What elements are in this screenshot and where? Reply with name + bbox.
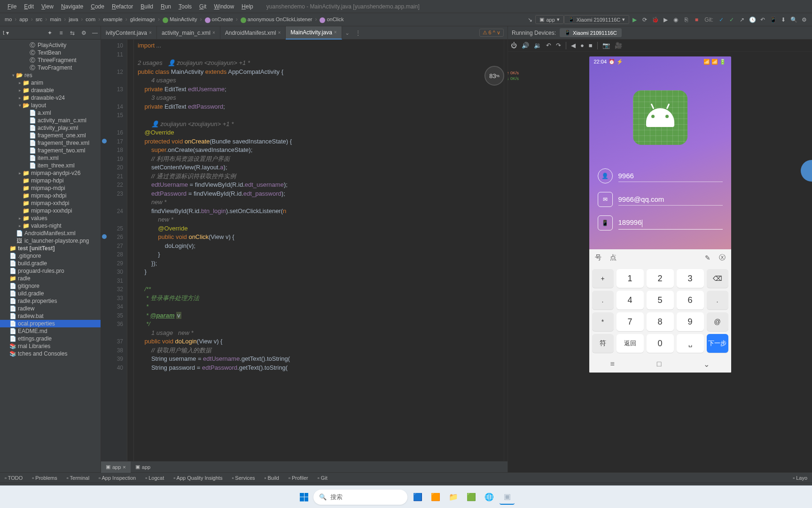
key-+[interactable]: + (592, 269, 614, 288)
start-button[interactable] (297, 491, 311, 504)
tree-item[interactable]: ⒸTextBean (0, 49, 101, 56)
tree-item[interactable]: 📁mipmap-xxhdpi (0, 199, 101, 207)
crumb-5[interactable]: com (84, 16, 97, 22)
username-input[interactable]: 9966 (618, 170, 723, 182)
toolwin-Terminal[interactable]: ▫ Terminal (62, 475, 94, 481)
code-content[interactable]: import ... 2 usages 👤 zoujiayun <zoujiay… (134, 40, 504, 461)
crumb-9[interactable]: onCreate (203, 16, 235, 22)
debug-button[interactable]: 🐞 (650, 15, 660, 25)
settings-icon[interactable]: ⚙ (799, 15, 809, 25)
crumb-11[interactable]: onClick (318, 16, 345, 22)
tab-ivityContent.java[interactable]: ivityContent.java × (101, 26, 157, 40)
project-tree[interactable]: ⒸPlayActivityⒸTextBeanⒸThreeFragmentⒸTwo… (0, 40, 101, 359)
phone-input[interactable]: 189996 (618, 216, 723, 229)
tree-item[interactable]: ⒸTwoFragment (0, 64, 101, 71)
crumb-7[interactable]: glideimage (128, 16, 157, 22)
key-.[interactable]: . (592, 291, 614, 310)
tree-item[interactable]: 📄activity_main_c.xml (0, 117, 101, 124)
tree-item[interactable]: 📚rnal Libraries (0, 342, 101, 350)
tree-item[interactable]: 📄proguard-rules.pro (0, 267, 101, 275)
menu-code[interactable]: Code (87, 3, 108, 10)
tree-item[interactable]: 📄build.gradle (0, 260, 101, 267)
run-config-app[interactable]: ▣ app ▾ (535, 15, 563, 24)
menu-run[interactable]: Run (157, 3, 175, 10)
expand-icon[interactable]: ≡ (55, 27, 67, 39)
crumb-8[interactable]: MainActivity (161, 16, 199, 22)
sync-icon[interactable]: ↘ (525, 15, 535, 25)
tree-item[interactable]: ▸📁mipmap-anydpi-v26 (0, 169, 101, 177)
git-history-icon[interactable]: 🕓 (747, 15, 757, 25)
power-icon[interactable]: ⏻ (511, 42, 517, 49)
tab-AndroidManifest.xml[interactable]: AndroidManifest.xml × (220, 26, 286, 40)
menu-view[interactable]: View (38, 3, 57, 10)
project-selector[interactable]: t ▾ (0, 30, 44, 36)
tree-item[interactable]: 📄ocal.properties (0, 320, 101, 327)
taskbar-search[interactable]: 🔍 搜索 (313, 490, 407, 505)
inspection-widget[interactable]: ⚠ 6 ^ ∨ (479, 29, 504, 37)
record-icon[interactable]: 🎥 (615, 42, 622, 49)
rotate-right-icon[interactable]: ↷ (556, 42, 561, 49)
key-返回[interactable]: 返回 (617, 334, 644, 353)
git-push-icon[interactable]: ↗ (737, 15, 747, 25)
tree-item[interactable]: ▸📁drawable (0, 87, 101, 94)
nav-hide-kb-icon[interactable]: ⌄ (703, 360, 710, 369)
nav-home-icon[interactable]: □ (657, 360, 662, 368)
key-9[interactable]: 9 (677, 312, 704, 331)
crumb-2[interactable]: src (34, 16, 45, 22)
toolwin-TODO[interactable]: ▫ TODO (0, 475, 27, 481)
key-2[interactable]: 2 (647, 269, 674, 288)
taskbar-app-3[interactable]: 📁 (446, 490, 461, 505)
tree-item[interactable]: 📁mipmap-hdpi (0, 177, 101, 184)
device-tab[interactable]: 📱 Xiaomi 21091116C (560, 28, 622, 37)
key-4[interactable]: 4 (617, 291, 644, 310)
tree-item[interactable]: 📄.gitignore (0, 252, 101, 260)
tree-item[interactable]: 📄gitignore (0, 282, 101, 290)
tab-activity_main_c.xml[interactable]: activity_main_c.xml × (157, 26, 220, 40)
home-icon[interactable]: ● (580, 42, 584, 49)
crumb-3[interactable]: main (48, 16, 63, 22)
taskbar-app-2[interactable]: 🟧 (428, 490, 443, 505)
kb-handwrite-icon[interactable]: ✎ (705, 254, 710, 262)
attach-icon[interactable]: ⎘ (681, 15, 691, 25)
taskbar-app-1[interactable]: 🟦 (410, 490, 425, 505)
tree-item[interactable]: ▸📁anim (0, 79, 101, 87)
stop-button[interactable]: ■ (691, 15, 702, 25)
fold-column[interactable] (127, 40, 134, 461)
crumb-4[interactable]: java (67, 16, 80, 22)
git-rollback-icon[interactable]: ↶ (757, 15, 768, 25)
error-stripe[interactable] (504, 40, 508, 461)
tree-item[interactable]: 📄fragement_one.xml (0, 132, 101, 139)
tree-item[interactable]: 📄EADME.md (0, 327, 101, 335)
tree-item[interactable]: 📄radlew (0, 305, 101, 312)
apply-changes-icon[interactable]: ⟳ (640, 15, 650, 25)
git-update-icon[interactable]: ✓ (716, 15, 726, 25)
tree-item[interactable]: ▾📂res (0, 71, 101, 79)
tree-item[interactable]: 📄radlew.bat (0, 312, 101, 320)
tree-item[interactable]: 📁mipmap-mdpi (0, 184, 101, 192)
menu-help[interactable]: Help (238, 3, 257, 10)
nav-menu-icon[interactable]: ≡ (610, 360, 614, 368)
tree-item[interactable]: ⒸPlayActivity (0, 41, 101, 49)
email-input[interactable]: 9966@qq.com (618, 193, 723, 206)
volume-up-icon[interactable]: 🔊 (522, 42, 529, 49)
tree-item[interactable]: 📄fragement_three.xml (0, 139, 101, 147)
tree-item[interactable]: ▸📁values-night (0, 222, 101, 230)
profiler-icon[interactable]: ◉ (671, 15, 681, 25)
tree-item[interactable]: ▸📁values (0, 214, 101, 222)
line-gutter[interactable]: 1011121314151617181920212223242526272829… (101, 40, 127, 461)
kb-tab-hao[interactable]: 号 (595, 254, 601, 262)
key-@[interactable]: @ (707, 312, 728, 331)
screenshot-icon[interactable]: 📷 (602, 42, 610, 49)
key-7[interactable]: 7 (617, 312, 644, 331)
key-8[interactable]: 8 (647, 312, 674, 331)
key-*[interactable]: * (592, 312, 614, 331)
menu-navigate[interactable]: Navigate (57, 3, 87, 10)
taskbar-app-4[interactable]: 🟩 (464, 490, 479, 505)
tree-item[interactable]: 📄item.xml (0, 154, 101, 162)
volume-down-icon[interactable]: 🔉 (534, 42, 541, 49)
toolwin-Problems[interactable]: ▫ Problems (27, 475, 62, 481)
key-0[interactable]: 0 (647, 334, 674, 353)
key-5[interactable]: 5 (647, 291, 674, 310)
menu-file[interactable]: File (4, 3, 20, 10)
bottom-tab-app-2[interactable]: ▣ app (131, 461, 155, 473)
